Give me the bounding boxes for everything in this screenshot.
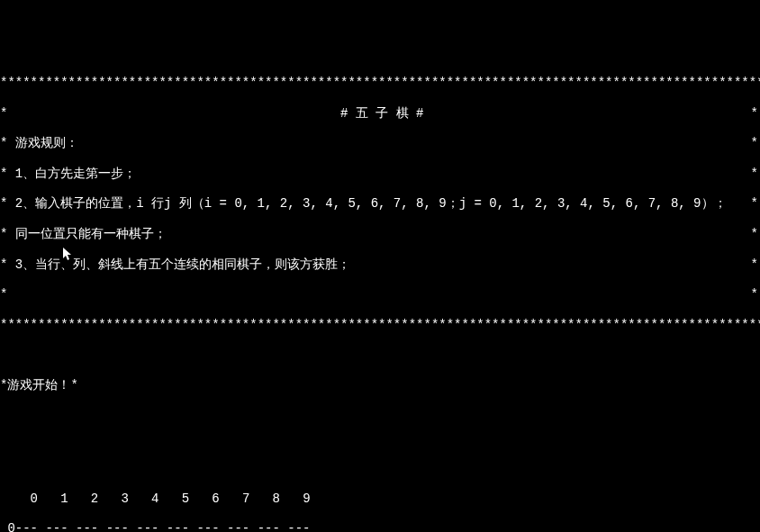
col-3: 3 xyxy=(121,491,128,506)
rule-4-row: * 3、当行、列、斜线上有五个连续的相同棋子，则该方获胜；* xyxy=(0,257,760,273)
col-4: 4 xyxy=(151,491,158,506)
star-left: * xyxy=(0,106,7,121)
row-label-0: 0 xyxy=(7,521,14,532)
border-top: ****************************************… xyxy=(0,76,760,91)
rule-2: 2、输入棋子的位置，i 行j 列（i = 0, 1, 2, 3, 4, 5, 6… xyxy=(7,196,726,211)
rule-blank-row: ** xyxy=(0,287,760,302)
game-board: 0 1 2 3 4 5 6 7 8 9 0--- --- --- --- ---… xyxy=(0,476,760,532)
terminal-output: ****************************************… xyxy=(0,60,760,532)
star-left: * xyxy=(0,287,7,302)
column-headers: 0 1 2 3 4 5 6 7 8 9 xyxy=(0,491,760,507)
col-1: 1 xyxy=(60,491,68,506)
hline: --- --- --- --- --- --- --- --- --- --- xyxy=(15,521,311,532)
col-6: 6 xyxy=(212,491,219,506)
rules-heading: 游戏规则： xyxy=(7,136,77,150)
title-row: * # 五 子 棋 #* xyxy=(0,106,760,122)
board-row-0: 0--- --- --- --- --- --- --- --- --- --- xyxy=(0,521,760,532)
star-right: * xyxy=(751,106,758,122)
blank-line xyxy=(0,409,760,424)
rule-3: 同一位置只能有一种棋子； xyxy=(7,227,166,241)
col-0: 0 xyxy=(31,491,38,506)
col-9: 9 xyxy=(303,491,310,506)
rule-4: 3、当行、列、斜线上有五个连续的相同棋子，则该方获胜； xyxy=(7,257,350,272)
star-right: * xyxy=(751,227,758,242)
rule-1-row: * 1、白方先走第一步；* xyxy=(0,167,760,182)
star-right: * xyxy=(751,167,758,182)
blank-line xyxy=(0,438,760,454)
col-2: 2 xyxy=(91,491,98,506)
game-title: # 五 子 棋 # xyxy=(340,106,423,121)
col-8: 8 xyxy=(273,491,280,506)
rule-2-row: * 2、输入棋子的位置，i 行j 列（i = 0, 1, 2, 3, 4, 5,… xyxy=(0,196,760,212)
rule-1: 1、白方先走第一步； xyxy=(7,167,136,181)
col-7: 7 xyxy=(242,491,249,506)
border-bottom: ****************************************… xyxy=(0,318,760,333)
star-right: * xyxy=(751,196,758,212)
blank-line xyxy=(0,347,760,363)
star-right: * xyxy=(751,136,758,151)
rules-heading-row: * 游戏规则：* xyxy=(0,136,760,151)
star-right: * xyxy=(751,287,758,302)
rule-3-row: * 同一位置只能有一种棋子；* xyxy=(0,227,760,242)
game-start: *游戏开始！* xyxy=(0,378,760,393)
col-5: 5 xyxy=(182,491,189,506)
star-right: * xyxy=(751,257,758,273)
